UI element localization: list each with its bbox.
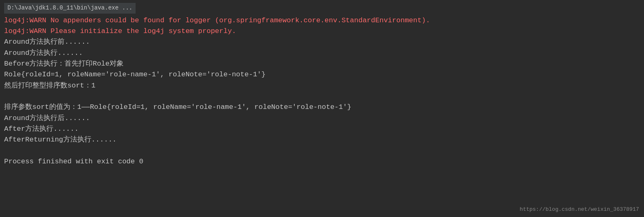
output-line: AfterReturning方法执行...... xyxy=(4,134,640,145)
output-line-blank xyxy=(4,146,640,156)
output-line: Role{roleId=1, roleName='role-name-1', r… xyxy=(4,69,640,80)
output-line: 排序参数sort的值为：1——Role{roleId=1, roleName='… xyxy=(4,102,640,113)
output-line: After方法执行...... xyxy=(4,124,640,134)
terminal-title: D:\Java\jdk1.8.0_11\bin\java.exe ... xyxy=(4,3,136,14)
output-line: Before方法执行：首先打印Role对象 xyxy=(4,59,640,69)
output-line: Around方法执行...... xyxy=(4,48,640,59)
output-line: Around方法执行后...... xyxy=(4,113,640,124)
output-line-blank xyxy=(4,91,640,102)
terminal-window: D:\Java\jdk1.8.0_11\bin\java.exe ... log… xyxy=(0,0,644,217)
output-line: log4j:WARN No appenders could be found f… xyxy=(4,15,640,26)
output-line: Process finished with exit code 0 xyxy=(4,156,640,167)
output-line: log4j:WARN Please initialize the log4j s… xyxy=(4,26,640,37)
watermark: https://blog.csdn.net/weixin_36378917 xyxy=(520,205,639,214)
output-line: 然后打印整型排序数sort：1 xyxy=(4,80,640,91)
output-lines: log4j:WARN No appenders could be found f… xyxy=(4,15,640,167)
output-line: Around方法执行前...... xyxy=(4,37,640,47)
